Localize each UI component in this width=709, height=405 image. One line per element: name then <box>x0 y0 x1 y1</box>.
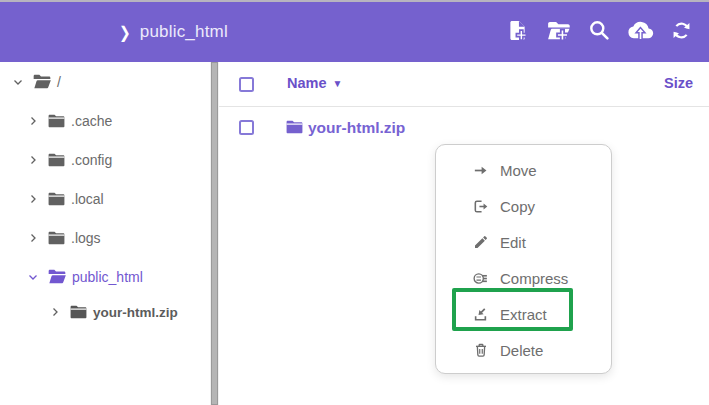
row-checkbox[interactable] <box>239 120 254 135</box>
sidebar-scrollbar[interactable] <box>210 62 219 405</box>
tree-item-label: .local <box>71 191 104 207</box>
menu-item-extract[interactable]: Extract <box>436 296 611 332</box>
sort-desc-icon: ▼ <box>333 78 343 89</box>
search-icon <box>587 18 611 46</box>
tree-item-cache[interactable]: .cache <box>0 101 209 140</box>
menu-item-delete[interactable]: Delete <box>436 332 611 368</box>
tree-item-label: public_html <box>72 269 143 285</box>
name-column-label: Name <box>287 75 327 91</box>
sidebar-scrollbar-thumb[interactable] <box>211 62 218 405</box>
refresh-button[interactable] <box>667 18 695 46</box>
folder-icon <box>285 119 304 135</box>
top-toolbar: ❯ public_html <box>0 2 709 62</box>
size-column-label: Size <box>664 75 693 91</box>
column-header-name[interactable]: Name ▼ <box>287 75 342 91</box>
menu-item-copy[interactable]: Copy <box>436 188 611 224</box>
new-file-icon <box>505 18 530 47</box>
folder-tree-sidebar: / .cache .co <box>0 62 209 405</box>
tree-item-label: .config <box>71 152 112 168</box>
chevron-right-icon[interactable] <box>27 193 39 205</box>
folder-icon <box>47 230 66 246</box>
tree-item-label: .cache <box>71 113 112 129</box>
new-folder-button[interactable] <box>544 18 572 46</box>
tree-item-logs[interactable]: .logs <box>0 218 209 257</box>
upload-button[interactable] <box>626 18 654 46</box>
file-name[interactable]: your-html.zip <box>308 119 405 137</box>
toolbar-actions <box>503 2 695 62</box>
folder-open-icon <box>32 73 52 90</box>
folder-icon <box>47 191 66 207</box>
select-all-checkbox[interactable] <box>239 77 254 92</box>
menu-item-label: Compress <box>500 270 568 287</box>
chevron-down-icon[interactable] <box>27 271 39 283</box>
column-header-size[interactable]: Size <box>664 75 693 91</box>
menu-item-label: Extract <box>500 306 547 323</box>
compress-icon <box>472 270 489 287</box>
tree-item-public-html[interactable]: public_html <box>0 257 209 296</box>
upload-icon <box>627 17 654 48</box>
tree-item-config[interactable]: .config <box>0 140 209 179</box>
table-header: Name ▼ Size <box>219 62 709 107</box>
tree-item-label: / <box>57 74 61 90</box>
chevron-right-icon[interactable] <box>27 154 39 166</box>
pencil-icon <box>472 234 489 251</box>
folder-icon <box>69 304 88 320</box>
menu-item-move[interactable]: Move <box>436 152 611 188</box>
menu-item-label: Edit <box>500 234 526 251</box>
folder-open-icon <box>47 268 67 285</box>
menu-item-edit[interactable]: Edit <box>436 224 611 260</box>
context-menu: Move Copy Edit <box>435 144 612 374</box>
refresh-icon <box>670 19 693 46</box>
arrow-right-icon <box>472 162 489 179</box>
search-button[interactable] <box>585 18 613 46</box>
copy-out-icon <box>472 198 489 215</box>
folder-icon <box>47 113 66 129</box>
tree-item-label: your-html.zip <box>93 305 178 320</box>
menu-item-label: Delete <box>500 342 543 359</box>
menu-item-label: Copy <box>500 198 535 215</box>
tree-item-local[interactable]: .local <box>0 179 209 218</box>
trash-icon <box>472 342 489 359</box>
folder-icon <box>47 152 66 168</box>
breadcrumb: ❯ public_html <box>119 2 228 62</box>
menu-item-compress[interactable]: Compress <box>436 260 611 296</box>
new-file-button[interactable] <box>503 18 531 46</box>
tree-item-label: .logs <box>71 230 101 246</box>
file-manager-window: ❯ public_html <box>0 0 709 405</box>
extract-icon <box>472 306 489 323</box>
chevron-right-icon[interactable] <box>27 115 39 127</box>
menu-item-label: Move <box>500 162 537 179</box>
tree-item-root[interactable]: / <box>0 62 209 101</box>
tree-item-your-html-zip[interactable]: your-html.zip <box>0 296 209 328</box>
new-folder-icon <box>545 17 572 48</box>
breadcrumb-path[interactable]: public_html <box>140 22 228 42</box>
breadcrumb-chevron-icon: ❯ <box>119 23 131 41</box>
chevron-down-icon[interactable] <box>12 76 24 88</box>
chevron-right-icon[interactable] <box>27 232 39 244</box>
chevron-right-icon[interactable] <box>49 306 61 318</box>
